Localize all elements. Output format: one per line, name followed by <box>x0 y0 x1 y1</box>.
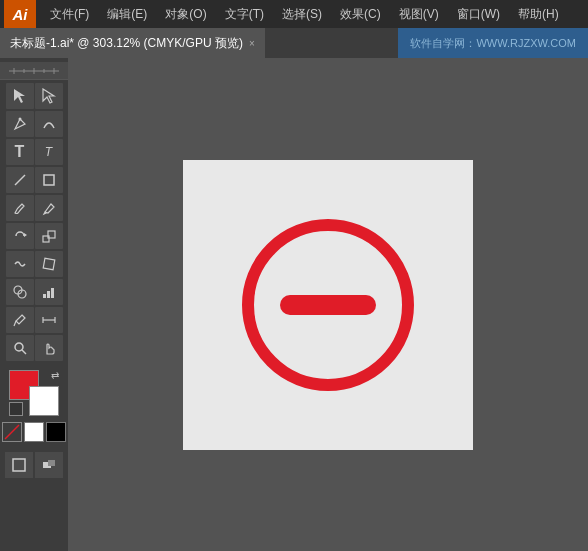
menu-text[interactable]: 文字(T) <box>217 4 272 25</box>
nav-row <box>5 452 63 478</box>
toolbox: T T <box>0 58 68 551</box>
tool-row-5 <box>0 195 68 221</box>
svg-rect-27 <box>13 459 25 471</box>
rectangle-tool[interactable] <box>35 167 63 193</box>
tool-row-8 <box>0 279 68 305</box>
swap-colors-icon[interactable]: ⇄ <box>51 370 59 381</box>
tab-active[interactable]: 未标题-1.ai* @ 303.12% (CMYK/GPU 预览) × <box>0 28 265 58</box>
shape-builder-tool[interactable] <box>6 279 34 305</box>
menu-effects[interactable]: 效果(C) <box>332 4 389 25</box>
svg-rect-14 <box>43 258 55 270</box>
ruler-icon <box>9 66 59 76</box>
svg-point-24 <box>15 343 23 351</box>
svg-marker-11 <box>24 233 27 237</box>
svg-marker-6 <box>14 89 25 103</box>
direct-selection-tool[interactable] <box>35 83 63 109</box>
screen-mode-button[interactable] <box>5 452 33 478</box>
mini-swatches <box>2 422 66 442</box>
tool-row-9 <box>0 307 68 333</box>
tool-row-10 <box>0 335 68 361</box>
tool-row-1 <box>0 83 68 109</box>
measure-tool[interactable] <box>35 307 63 333</box>
menu-help[interactable]: 帮助(H) <box>510 4 567 25</box>
chart-tool[interactable] <box>35 279 63 305</box>
tool-row-2 <box>0 111 68 137</box>
hand-tool[interactable] <box>35 335 63 361</box>
menu-file[interactable]: 文件(F) <box>42 4 97 25</box>
zoom-tool[interactable] <box>6 335 34 361</box>
white-swatch[interactable] <box>24 422 44 442</box>
tool-row-7 <box>0 251 68 277</box>
touch-type-tool[interactable]: T <box>35 139 63 165</box>
canvas-document <box>183 160 473 450</box>
arrange-button[interactable] <box>35 452 63 478</box>
menu-object[interactable]: 对象(O) <box>157 4 214 25</box>
main-area: T T <box>0 58 588 551</box>
eyedropper-tool[interactable] <box>6 307 34 333</box>
tab-label: 未标题-1.ai* @ 303.12% (CMYK/GPU 预览) <box>10 35 243 52</box>
svg-marker-7 <box>43 89 54 103</box>
color-area: ⇄ <box>0 366 68 446</box>
menu-window[interactable]: 窗口(W) <box>449 4 508 25</box>
none-swatch[interactable] <box>2 422 22 442</box>
svg-rect-17 <box>43 294 46 298</box>
background-color-swatch[interactable] <box>29 386 59 416</box>
warp-tool[interactable] <box>6 251 34 277</box>
svg-rect-10 <box>44 175 54 185</box>
pen-tool[interactable] <box>6 111 34 137</box>
svg-point-8 <box>18 118 21 121</box>
svg-line-25 <box>22 350 26 354</box>
free-transform-tool[interactable] <box>35 251 63 277</box>
svg-rect-31 <box>280 295 376 315</box>
svg-line-9 <box>15 175 25 185</box>
svg-rect-29 <box>48 460 55 466</box>
curvature-tool[interactable] <box>35 111 63 137</box>
tab-close-button[interactable]: × <box>249 38 255 49</box>
rotate-tool[interactable] <box>6 223 34 249</box>
pencil-tool[interactable] <box>35 195 63 221</box>
menu-items: 文件(F) 编辑(E) 对象(O) 文字(T) 选择(S) 效果(C) 视图(V… <box>42 4 567 25</box>
swatch-stack: ⇄ <box>9 370 59 416</box>
type-tool[interactable]: T <box>6 139 34 165</box>
menu-view[interactable]: 视图(V) <box>391 4 447 25</box>
black-swatch[interactable] <box>46 422 66 442</box>
svg-rect-18 <box>47 291 50 298</box>
canvas-area <box>68 58 588 551</box>
tab-bar: 未标题-1.ai* @ 303.12% (CMYK/GPU 预览) × 软件自学… <box>0 28 588 58</box>
minus-in-circle-icon <box>228 205 428 405</box>
reset-colors-icon[interactable] <box>9 402 23 416</box>
tool-row-3: T T <box>0 139 68 165</box>
app-logo: Ai <box>4 0 36 28</box>
svg-line-26 <box>5 425 19 439</box>
menu-edit[interactable]: 编辑(E) <box>99 4 155 25</box>
menu-bar: Ai 文件(F) 编辑(E) 对象(O) 文字(T) 选择(S) 效果(C) 视… <box>0 0 588 28</box>
svg-line-20 <box>14 321 16 326</box>
line-segment-tool[interactable] <box>6 167 34 193</box>
tool-row-6 <box>0 223 68 249</box>
tab-ad: 软件自学网：WWW.RJZXW.COM <box>398 28 588 58</box>
scale-tool[interactable] <box>35 223 63 249</box>
paintbrush-tool[interactable] <box>6 195 34 221</box>
svg-rect-19 <box>51 288 54 298</box>
selection-tool[interactable] <box>6 83 34 109</box>
tool-row-4 <box>0 167 68 193</box>
menu-select[interactable]: 选择(S) <box>274 4 330 25</box>
ruler <box>0 62 68 80</box>
